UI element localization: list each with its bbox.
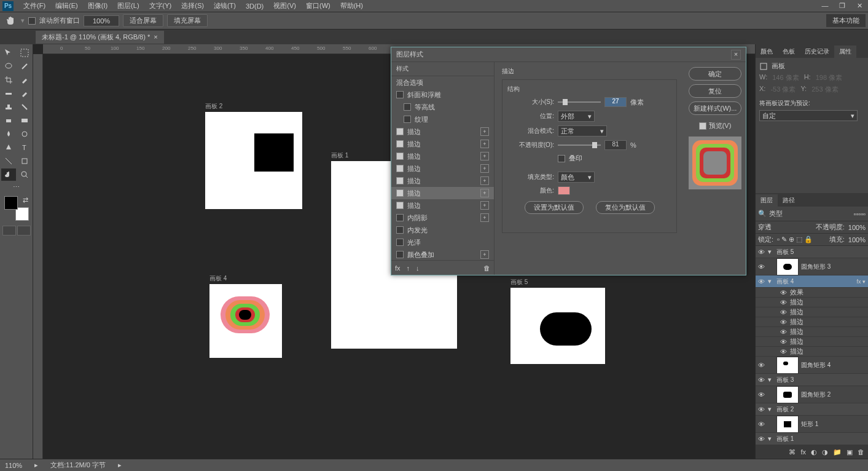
stroke-fx-4[interactable]: 👁描边 bbox=[756, 327, 868, 337]
wand-tool[interactable] bbox=[17, 60, 32, 73]
size-input[interactable]: 27 bbox=[604, 97, 627, 107]
fx-icon[interactable]: fx bbox=[800, 448, 806, 456]
stroke-item-6[interactable]: ✓描边+ bbox=[391, 187, 494, 199]
minimize-button[interactable]: — bbox=[816, 0, 834, 12]
tab-swatches[interactable]: 色板 bbox=[778, 46, 800, 58]
swap-colors-icon[interactable]: ⇄ bbox=[23, 196, 29, 202]
stroke-fx-3[interactable]: 👁描边 bbox=[756, 317, 868, 327]
layer-rr2[interactable]: 👁圆角矩形 2 bbox=[756, 386, 868, 403]
eraser-tool[interactable] bbox=[1, 114, 16, 127]
menu-edit[interactable]: 编辑(E) bbox=[50, 1, 83, 10]
stroke-item-4[interactable]: ✓描边+ bbox=[391, 162, 494, 175]
mask-icon[interactable]: ◐ bbox=[811, 448, 817, 456]
stroke-item-1[interactable]: ✓描边+ bbox=[391, 125, 494, 138]
opacity-input[interactable]: 81 bbox=[604, 140, 627, 150]
bevel-item[interactable]: 斜面和浮雕 bbox=[391, 89, 494, 101]
shape-tool[interactable] bbox=[17, 155, 32, 167]
stamp-tool[interactable] bbox=[1, 101, 16, 113]
menu-3d[interactable]: 3D(D) bbox=[241, 2, 268, 10]
link-icon[interactable]: ⌘ bbox=[789, 448, 796, 456]
heal-tool[interactable] bbox=[1, 87, 16, 100]
menu-select[interactable]: 选择(S) bbox=[176, 1, 209, 10]
restore-button[interactable]: ❐ bbox=[834, 0, 851, 12]
fill-type-select[interactable]: 颜色▾ bbox=[558, 172, 595, 183]
path-tool[interactable] bbox=[1, 155, 16, 167]
delete-style-icon[interactable]: 🗑 bbox=[483, 264, 490, 272]
foreground-color[interactable] bbox=[4, 196, 18, 210]
gradient-tool[interactable] bbox=[17, 114, 32, 127]
artboard-2[interactable]: 画板 2 bbox=[205, 112, 302, 209]
layer-rr3[interactable]: 👁圆角矩形 3 bbox=[756, 258, 868, 275]
close-button[interactable]: ✕ bbox=[851, 0, 868, 12]
menu-layer[interactable]: 图层(L) bbox=[112, 1, 144, 10]
tab-paths[interactable]: 路径 bbox=[778, 194, 800, 207]
new-style-button[interactable]: 新建样式(W)... bbox=[689, 101, 741, 115]
filter-kind[interactable]: 类型 bbox=[769, 209, 783, 218]
contour-item[interactable]: 等高线 bbox=[391, 101, 494, 113]
menu-file[interactable]: 文件(F) bbox=[18, 1, 50, 10]
artboard-5[interactable]: 画板 5 bbox=[510, 288, 605, 364]
close-tab-icon[interactable]: × bbox=[154, 33, 157, 41]
tab-color[interactable]: 颜色 bbox=[756, 46, 778, 58]
document-tab[interactable]: 未标题-1 @ 110% (画板 4, RGB/8) * × bbox=[36, 31, 164, 44]
fit-screen-button[interactable]: 适合屏幕 bbox=[123, 14, 163, 27]
type-tool[interactable]: T bbox=[17, 141, 32, 154]
artboard3-group[interactable]: 👁▾画板 3 bbox=[756, 374, 868, 386]
position-select[interactable]: 外部▾ bbox=[558, 111, 595, 122]
eyedropper-tool[interactable] bbox=[17, 74, 32, 86]
layer-rr4[interactable]: 👁圆角矩形 4 bbox=[756, 357, 868, 374]
reset-default-button[interactable]: 复位为默认值 bbox=[596, 201, 655, 214]
lasso-tool[interactable] bbox=[1, 60, 16, 73]
menu-type[interactable]: 文字(Y) bbox=[144, 1, 177, 10]
history-brush-tool[interactable] bbox=[17, 101, 32, 113]
menu-view[interactable]: 视图(V) bbox=[268, 1, 301, 10]
quickmask-button[interactable] bbox=[2, 226, 16, 236]
move-tool[interactable] bbox=[1, 47, 16, 59]
stroke-fx-5[interactable]: 👁描边 bbox=[756, 337, 868, 347]
folder-icon[interactable]: 📁 bbox=[833, 448, 842, 456]
opacity-value[interactable]: 100% bbox=[848, 224, 866, 231]
artboard2-group[interactable]: 👁▾画板 2 bbox=[756, 403, 868, 416]
make-default-button[interactable]: 设置为默认值 bbox=[525, 201, 584, 214]
fx-row[interactable]: 👁效果 bbox=[756, 288, 868, 298]
stroke-fx-1[interactable]: 👁描边 bbox=[756, 298, 868, 307]
layer-r1[interactable]: 👁矩形 1 bbox=[756, 416, 868, 433]
blend-mode-select[interactable]: 穿透 bbox=[758, 223, 772, 232]
brush-tool[interactable] bbox=[17, 87, 32, 100]
tab-history[interactable]: 历史记录 bbox=[800, 46, 834, 58]
stroke-fx-2[interactable]: 👁描边 bbox=[756, 307, 868, 317]
dialog-close-icon[interactable]: × bbox=[731, 50, 741, 60]
hand-tool[interactable] bbox=[1, 168, 16, 181]
menu-help[interactable]: 帮助(H) bbox=[335, 1, 368, 10]
dialog-titlebar[interactable]: 图层样式 × bbox=[391, 47, 746, 62]
scroll-all-checkbox[interactable] bbox=[28, 17, 36, 25]
tab-properties[interactable]: 属性 bbox=[834, 46, 856, 58]
color-overlay-item[interactable]: 颜色叠加+ bbox=[391, 248, 494, 260]
stroke-fx-6[interactable]: 👁描边 bbox=[756, 347, 868, 357]
stroke-item-5[interactable]: ✓描边+ bbox=[391, 175, 494, 187]
blend-select[interactable]: 正常▾ bbox=[558, 125, 607, 137]
stroke-item-2[interactable]: ✓描边+ bbox=[391, 138, 494, 150]
blending-options[interactable]: 混合选项 bbox=[391, 76, 494, 89]
stroke-item-3[interactable]: ✓描边+ bbox=[391, 150, 494, 162]
add-stroke-icon[interactable]: + bbox=[480, 127, 489, 136]
pen-tool[interactable] bbox=[1, 141, 16, 154]
inner-shadow-item[interactable]: 内阴影+ bbox=[391, 212, 494, 224]
status-doc[interactable]: 文档:11.2M/0 字节 bbox=[50, 461, 106, 470]
overprint-checkbox[interactable] bbox=[558, 155, 565, 162]
inner-glow-item[interactable]: 内发光 bbox=[391, 224, 494, 236]
menu-filter[interactable]: 滤镜(T) bbox=[209, 1, 241, 10]
trash-icon[interactable]: 🗑 bbox=[858, 448, 864, 456]
artboard5-group[interactable]: 👁▾画板 5 bbox=[756, 246, 868, 258]
screenmode-button[interactable] bbox=[17, 226, 31, 236]
down-icon[interactable]: ↓ bbox=[416, 264, 420, 272]
satin-item[interactable]: 光泽 bbox=[391, 236, 494, 248]
status-zoom[interactable]: 110% bbox=[5, 462, 22, 469]
dodge-tool[interactable] bbox=[17, 128, 32, 140]
opacity-slider[interactable] bbox=[558, 141, 601, 149]
zoom-value[interactable]: 100% bbox=[84, 15, 119, 26]
marquee-tool[interactable] bbox=[17, 47, 32, 59]
up-icon[interactable]: ↑ bbox=[407, 264, 410, 272]
blur-tool[interactable] bbox=[1, 128, 16, 140]
new-layer-icon[interactable]: ▣ bbox=[846, 448, 853, 456]
